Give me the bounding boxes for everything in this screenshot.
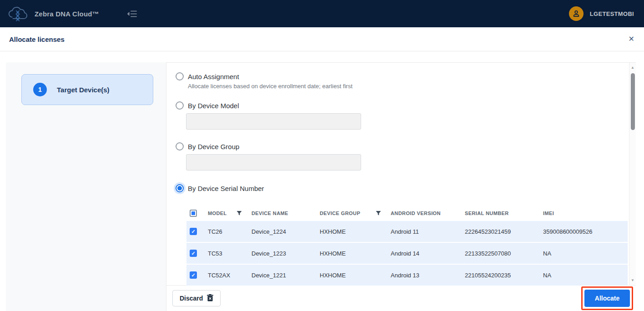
cell-serial-number: 22264523021459 bbox=[462, 228, 540, 235]
discard-button-label: Discard bbox=[180, 295, 203, 302]
cell-serial-number: 22105524200235 bbox=[462, 272, 540, 279]
scroll-up-icon[interactable]: ▲ bbox=[629, 65, 636, 70]
device-model-radio[interactable] bbox=[176, 101, 184, 110]
app-header: Zebra DNA Cloud™ LGETESTMOBI bbox=[0, 0, 644, 27]
device-group-label[interactable]: By Device Group bbox=[188, 143, 239, 150]
col-model: MODEL bbox=[208, 211, 227, 216]
cell-device-group: HXHOME bbox=[317, 228, 387, 235]
cell-device-name: Device_1224 bbox=[248, 228, 317, 235]
cell-device-name: Device_1223 bbox=[248, 250, 317, 257]
trash-icon bbox=[207, 294, 213, 303]
option-by-device-group: By Device Group bbox=[176, 142, 636, 150]
discard-button[interactable]: Discard bbox=[172, 290, 221, 306]
cell-model: TC26 bbox=[205, 228, 248, 235]
cell-imei: NA bbox=[540, 250, 628, 257]
auto-assignment-radio[interactable] bbox=[176, 72, 184, 80]
device-table: MODEL DEVICE NAME DEVICE GROUP ANDROID V… bbox=[186, 205, 628, 286]
dialog-titlebar: Allocate licenses ✕ bbox=[0, 27, 644, 51]
options-scroll-area: Auto Assignment Allocate licenses based … bbox=[166, 62, 636, 286]
cell-device-group: HXHOME bbox=[317, 272, 387, 279]
table-row[interactable]: ✓ TC52AX Device_1221 HXHOME Android 13 2… bbox=[186, 265, 628, 286]
device-serial-radio[interactable] bbox=[176, 184, 184, 192]
col-android-version: ANDROID VERSION bbox=[387, 211, 462, 216]
table-row[interactable]: ✓ TC26 Device_1224 HXHOME Android 11 222… bbox=[186, 221, 628, 242]
zebra-dna-cloud-logo-icon bbox=[7, 4, 28, 24]
allocate-button[interactable]: Allocate bbox=[584, 290, 630, 307]
device-group-filter-icon[interactable] bbox=[376, 211, 381, 216]
col-device-name: DEVICE NAME bbox=[248, 211, 317, 216]
table-row[interactable]: ✓ TC53 Device_1223 HXHOME Android 14 221… bbox=[186, 243, 628, 264]
option-by-device-model: By Device Model bbox=[176, 101, 636, 110]
step-number-badge: 1 bbox=[33, 83, 47, 96]
cell-android-version: Android 14 bbox=[387, 250, 462, 257]
cell-android-version: Android 11 bbox=[387, 228, 462, 235]
main-panel: Auto Assignment Allocate licenses based … bbox=[166, 62, 636, 311]
col-device-group: DEVICE GROUP bbox=[320, 211, 360, 216]
allocate-highlight-box: Allocate bbox=[581, 286, 633, 310]
vertical-scrollbar[interactable]: ▲ ▼ bbox=[629, 63, 636, 285]
col-serial-number: SERIAL NUMBER bbox=[462, 211, 540, 216]
select-all-checkbox[interactable] bbox=[190, 210, 197, 217]
device-model-label[interactable]: By Device Model bbox=[188, 102, 239, 110]
cell-android-version: Android 13 bbox=[387, 272, 462, 279]
row-checkbox[interactable]: ✓ bbox=[190, 228, 197, 235]
app-title: Zebra DNA Cloud™ bbox=[35, 10, 99, 18]
person-icon bbox=[572, 9, 581, 18]
device-group-radio[interactable] bbox=[176, 142, 184, 150]
cell-imei: 359008600009526 bbox=[540, 228, 628, 235]
device-group-input[interactable] bbox=[186, 154, 361, 171]
device-table-header: MODEL DEVICE NAME DEVICE GROUP ANDROID V… bbox=[186, 205, 628, 221]
dialog-title: Allocate licenses bbox=[9, 35, 65, 43]
auto-assignment-description: Allocate licenses based on device enroll… bbox=[188, 83, 636, 90]
cell-device-name: Device_1221 bbox=[248, 272, 317, 279]
device-model-input[interactable] bbox=[186, 113, 361, 130]
scrollbar-thumb[interactable] bbox=[631, 73, 635, 130]
step-target-devices[interactable]: 1 Target Device(s) bbox=[21, 74, 153, 105]
row-checkbox[interactable]: ✓ bbox=[190, 250, 197, 257]
close-icon[interactable]: ✕ bbox=[629, 35, 634, 43]
row-checkbox[interactable]: ✓ bbox=[190, 271, 197, 279]
user-avatar[interactable] bbox=[569, 6, 584, 21]
dialog-footer: Discard Allocate bbox=[166, 286, 636, 311]
collapse-sidebar-icon[interactable] bbox=[127, 10, 137, 18]
cell-serial-number: 22133522507080 bbox=[462, 250, 540, 257]
option-by-device-serial: By Device Serial Number bbox=[176, 184, 636, 192]
dialog-content: 1 Target Device(s) Auto Assignment Alloc… bbox=[0, 51, 644, 311]
col-imei: IMEI bbox=[540, 211, 628, 216]
auto-assignment-label[interactable]: Auto Assignment bbox=[188, 73, 239, 80]
step-label: Target Device(s) bbox=[57, 86, 110, 94]
cell-model: TC52AX bbox=[205, 272, 248, 279]
device-serial-label[interactable]: By Device Serial Number bbox=[188, 185, 264, 192]
model-filter-icon[interactable] bbox=[236, 211, 242, 216]
cell-device-group: HXHOME bbox=[317, 250, 387, 257]
option-auto-assignment: Auto Assignment bbox=[176, 72, 636, 80]
steps-panel: 1 Target Device(s) bbox=[6, 62, 166, 311]
username-label: LGETESTMOBI bbox=[590, 10, 634, 17]
cell-model: TC53 bbox=[205, 250, 248, 257]
cell-imei: NA bbox=[540, 272, 628, 279]
scroll-down-icon[interactable]: ▼ bbox=[629, 278, 636, 282]
